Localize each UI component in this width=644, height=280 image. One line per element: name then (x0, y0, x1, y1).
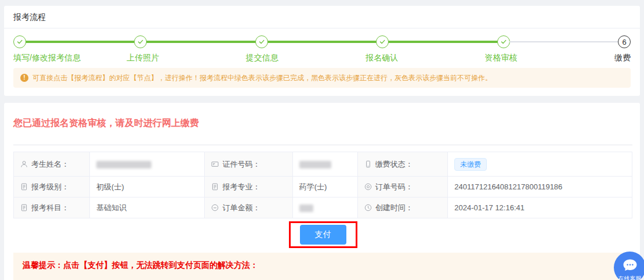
table-row: 报考级别： 初级(士) 报考专业： 药学(士) 订单号码： 2401171216… (14, 177, 632, 198)
candidate-name-label: 考生姓名： (14, 152, 90, 177)
order-amount-value (292, 198, 357, 218)
exam-level-label: 报考级别： (14, 177, 90, 198)
redacted-value (299, 204, 313, 212)
step-connector (146, 41, 255, 43)
stepper: 6 填写/修改报考信息 上传照片 提交信息 报名确认 资格审核 缴费 ! 可直接… (4, 28, 640, 96)
payment-info-table: 考生姓名： 证件号码： 缴费状态： 未缴费 报考级别： 初级(士) (13, 152, 632, 218)
person-icon (20, 160, 28, 168)
document-icon (20, 183, 28, 191)
order-amount-label: 订单金额： (205, 198, 292, 218)
step-node-5[interactable] (497, 35, 510, 48)
step-connector (509, 41, 618, 42)
chat-bubble-icon (623, 259, 638, 272)
step-label-submit-info[interactable]: 提交信息 (246, 53, 278, 63)
document-icon (211, 183, 219, 191)
online-service-button[interactable]: 在线客服 (614, 252, 644, 280)
step-number: 6 (622, 38, 626, 46)
id-number-label: 证件号码： (205, 152, 292, 177)
step-node-1[interactable] (13, 35, 26, 48)
step-label-payment[interactable]: 缴费 (614, 53, 631, 63)
exam-level-value: 初级(士) (90, 177, 205, 198)
page-title: 您已通过报名资格审核，请及时进行网上缴费 (13, 117, 632, 130)
payment-status-label: 缴费状态： (357, 152, 448, 177)
step-node-4[interactable] (376, 35, 389, 48)
check-icon (379, 38, 386, 45)
mobile-icon (364, 160, 372, 168)
payment-status-value: 未缴费 (448, 152, 632, 177)
check-icon (16, 38, 23, 45)
redacted-value (299, 161, 331, 168)
table-row: 报考科目： 基础知识 订单金额： 创建时间： 2024-01-17 12:16:… (14, 198, 632, 218)
payment-card: 您已通过报名资格审核，请及时进行网上缴费 考生姓名： 证件号码： 缴费状态： 未… (4, 103, 640, 280)
check-icon (500, 38, 507, 45)
divider (13, 145, 632, 145)
pay-button[interactable]: 支付 (300, 225, 346, 245)
page: 报考流程 (0, 0, 644, 280)
process-card: 报考流程 (4, 6, 640, 96)
redacted-value (96, 161, 151, 168)
tips-title: 温馨提示：点击【支付】按钮，无法跳转到支付页面的解决方法： (23, 260, 623, 271)
order-number-value: 24011712164081217800119186 (448, 177, 632, 198)
step-connector (388, 41, 497, 43)
online-service-label: 在线客服 (614, 275, 644, 280)
step-label-confirm[interactable]: 报名确认 (366, 53, 398, 63)
process-notice: ! 可直接点击【报考流程】的对应【节点】，进行操作！报考流程中绿色表示该步骤已完… (13, 68, 631, 88)
notice-text: 可直接点击【报考流程】的对应【节点】，进行操作！报考流程中绿色表示该步骤已完成，… (32, 73, 492, 82)
id-number-value (292, 152, 357, 177)
step-node-2[interactable] (134, 35, 147, 48)
clock-icon (364, 204, 372, 211)
document-icon (20, 204, 28, 211)
order-icon (364, 183, 372, 191)
money-icon (211, 204, 219, 211)
step-connector (267, 41, 377, 43)
table-row: 考生姓名： 证件号码： 缴费状态： 未缴费 (14, 152, 632, 177)
warning-icon: ! (20, 74, 28, 82)
check-icon (258, 38, 265, 45)
create-time-label: 创建时间： (357, 198, 448, 218)
step-connector (26, 41, 135, 43)
step-label-fill-info[interactable]: 填写/修改报考信息 (13, 53, 81, 63)
step-label-upload-photo[interactable]: 上传照片 (126, 53, 159, 63)
id-card-icon (211, 160, 219, 168)
exam-subject-label: 报考科目： (14, 198, 90, 218)
create-time-value: 2024-01-17 12:16:41 (448, 198, 632, 218)
exam-major-label: 报考专业： (205, 177, 292, 198)
exam-subject-value: 基础知识 (90, 198, 205, 218)
exam-major-value: 药学(士) (292, 177, 357, 198)
process-card-title: 报考流程 (4, 6, 640, 28)
highlight-annotation-box: 支付 (289, 221, 357, 248)
candidate-name-value (90, 152, 205, 177)
order-number-label: 订单号码： (357, 177, 448, 198)
step-node-3[interactable] (255, 35, 268, 48)
step-node-6[interactable]: 6 (618, 35, 631, 48)
step-label-qualification-review[interactable]: 资格审核 (485, 53, 518, 63)
status-badge: 未缴费 (454, 158, 487, 171)
tips-section: 温馨提示：点击【支付】按钮，无法跳转到支付页面的解决方法： 1、请检查浏览器地址… (13, 253, 632, 280)
check-icon (137, 38, 144, 45)
